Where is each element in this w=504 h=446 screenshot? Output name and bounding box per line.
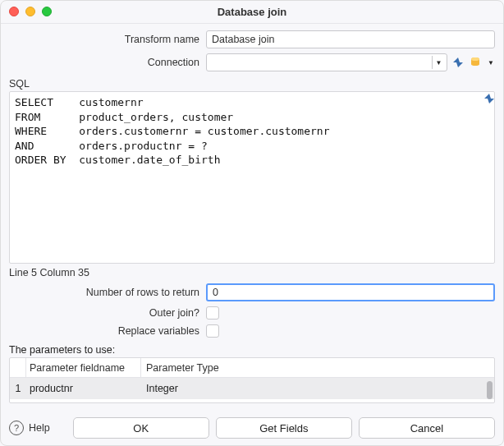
row-transform-name: Transform name [9,30,495,48]
row-index: 1 [10,383,26,394]
svg-marker-3 [484,94,494,103]
row-rows-return: Number of rows to return [9,283,495,301]
params-label: The parameters to use: [9,344,495,356]
sql-editor[interactable]: SELECT customernr FROM product_orders, c… [9,91,495,264]
scrollbar-thumb[interactable] [487,381,493,399]
window-title: Database join [1,6,503,18]
row-replace-vars: Replace variables [9,324,495,338]
help-label: Help [29,422,50,434]
new-connection-icon[interactable] [469,55,483,70]
row-connection: Connection ▼ ▼ [9,53,495,71]
col-fieldname[interactable]: Parameter fieldname [26,358,141,377]
connection-menu-icon[interactable]: ▼ [487,55,495,70]
params-header: Parameter fieldname Parameter Type [10,358,494,378]
ok-button[interactable]: OK [73,417,209,439]
outer-join-label: Outer join? [9,307,206,319]
svg-marker-0 [453,57,463,67]
replace-vars-checkbox[interactable] [206,324,219,338]
rows-return-label: Number of rows to return [9,287,206,298]
get-fields-button[interactable]: Get Fields [216,417,352,439]
dialog-content: Transform name Connection ▼ [1,24,503,411]
minimize-icon[interactable] [25,7,35,16]
dialog-window: Database join Transform name Connection … [0,0,504,446]
params-table: Parameter fieldname Parameter Type 1 pro… [9,357,495,403]
help-icon: ? [9,421,24,435]
chevron-down-icon[interactable]: ▼ [432,56,445,69]
titlebar: Database join [1,1,503,24]
help-button[interactable]: ? Help [9,421,55,435]
row-outer-join: Outer join? [9,306,495,320]
window-controls [9,7,52,16]
close-icon[interactable] [9,7,19,16]
table-row[interactable]: 1 productnr Integer [10,378,494,399]
sql-label: SQL [9,78,495,90]
replace-vars-label: Replace variables [9,325,206,337]
transform-name-input[interactable] [206,30,495,48]
zoom-icon[interactable] [42,7,52,16]
connection-label: Connection [9,57,206,68]
cancel-button[interactable]: Cancel [359,417,495,439]
edit-connection-icon[interactable] [451,55,465,70]
button-bar: ? Help OK Get Fields Cancel [1,411,503,445]
cell-type[interactable]: Integer [141,383,494,394]
cell-fieldname[interactable]: productnr [26,383,141,394]
svg-point-2 [471,57,479,61]
rows-return-input[interactable] [206,283,495,301]
outer-join-checkbox[interactable] [206,306,219,320]
col-type[interactable]: Parameter Type [141,362,494,374]
sql-cursor-status: Line 5 Column 35 [9,267,495,278]
transform-name-label: Transform name [9,34,206,45]
connection-combo[interactable]: ▼ [206,53,447,71]
sql-browse-icon[interactable] [482,91,497,106]
